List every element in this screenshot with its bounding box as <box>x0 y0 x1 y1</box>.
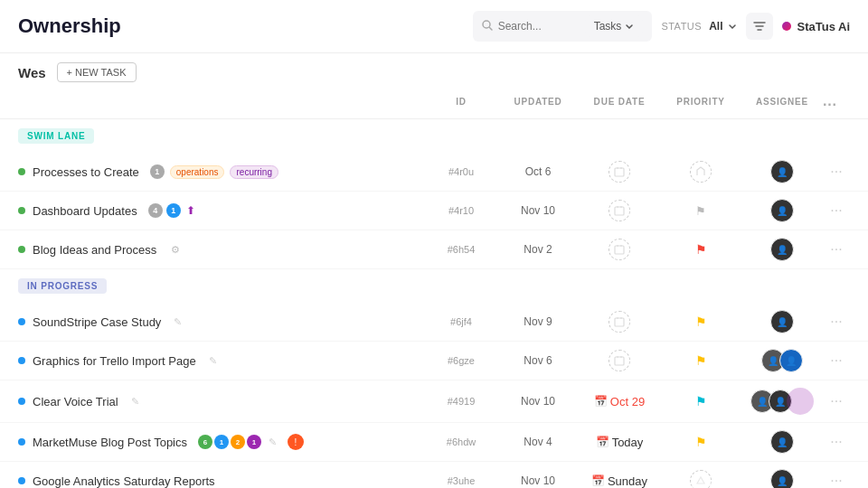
task-name-cell: Graphics for Trello Import Page ✎ <box>18 354 425 368</box>
col-id: ID <box>425 97 497 113</box>
status-dot <box>18 477 25 484</box>
updated-date: Nov 9 <box>524 315 552 328</box>
status-dot <box>18 357 25 364</box>
task-id: #4919 <box>448 396 476 407</box>
task-badges: 6 1 2 1 ✎ <box>198 435 277 449</box>
priority-flag-none: ⚑ <box>695 204 706 218</box>
avatar-blob <box>787 388 814 415</box>
badge-6: 6 <box>198 435 212 449</box>
task-id: #6h54 <box>448 244 476 255</box>
badge-1: 1 <box>166 203 181 218</box>
row-more-button[interactable]: ··· <box>823 473 850 488</box>
row-more-button[interactable]: ··· <box>823 241 850 258</box>
calendar-icon: 📅 <box>594 395 608 408</box>
col-priority: PRIORITY <box>660 97 741 113</box>
svg-line-1 <box>489 27 492 30</box>
assignee-cell: 👤 <box>741 160 823 183</box>
task-name[interactable]: MarketMuse Blog Post Topics <box>33 436 187 449</box>
duedate-cell <box>579 200 660 221</box>
updated-cell: Nov 10 <box>497 474 579 487</box>
task-name-cell: Processes to Create 1 operations recurri… <box>18 164 425 179</box>
page-title: Ownership <box>18 14 121 38</box>
id-cell: #6jf4 <box>425 316 497 327</box>
task-name[interactable]: Blog Ideas and Process <box>33 243 156 257</box>
sunday-date: 📅 Sunday <box>591 474 647 488</box>
id-cell: #6h54 <box>425 244 497 255</box>
status-dot <box>18 246 25 253</box>
edit-icon[interactable]: ✎ <box>174 316 182 328</box>
priority-flag-yellow: ⚑ <box>695 353 707 368</box>
task-name-cell: MarketMuse Blog Post Topics 6 1 2 1 ✎ ! <box>18 434 425 450</box>
svg-point-0 <box>483 21 490 28</box>
updated-date: Nov 10 <box>521 474 555 487</box>
calendar-icon: 📅 <box>591 474 605 487</box>
row-more-button[interactable]: ··· <box>823 352 850 369</box>
filter-button[interactable] <box>746 13 773 40</box>
status-filter[interactable]: STATUS All <box>661 20 737 33</box>
edit-icon[interactable]: ✎ <box>269 436 277 448</box>
row-more-button[interactable]: ··· <box>823 393 850 409</box>
task-name[interactable]: Processes to Create <box>33 165 139 179</box>
status-dot <box>18 168 25 175</box>
priority-cell: ⚑ <box>660 314 741 329</box>
status-dot <box>18 207 25 214</box>
avatar: 👤 <box>770 430 794 454</box>
svg-rect-5 <box>615 207 624 215</box>
swim-lane-label: SWIM LANE <box>18 128 94 144</box>
task-name[interactable]: Clear Voice Trial <box>33 395 118 408</box>
col-more: ··· <box>823 97 850 113</box>
avatar: 👤 <box>770 469 794 488</box>
assignee-cell: 👤 👤 <box>741 388 823 415</box>
calendar-icon: 📅 <box>596 436 609 448</box>
more-options-icon[interactable]: ··· <box>823 97 837 112</box>
col-duedate: DUE DATE <box>579 97 660 113</box>
in-progress-section: IN PROGRESS SoundStripe Case Study ✎ #6j… <box>0 269 868 488</box>
in-progress-label: IN PROGRESS <box>18 278 107 294</box>
edit-icon[interactable]: ✎ <box>131 396 139 408</box>
sub-header: Wes + NEW TASK <box>0 53 868 91</box>
task-name-cell: SoundStripe Case Study ✎ <box>18 315 425 329</box>
status-ai-label: StaTus Ai <box>797 20 850 33</box>
duedate-cell: 📅 Oct 29 <box>579 395 660 408</box>
assignee-cell: 👤 <box>741 430 823 454</box>
avatar-group: 👤 👤 <box>750 388 814 415</box>
task-name[interactable]: Dashboard Updates <box>33 204 137 218</box>
tasks-dropdown[interactable]: Tasks <box>585 15 644 37</box>
row-more-button[interactable]: ··· <box>823 202 850 219</box>
search-icon <box>482 20 493 33</box>
priority-flag-red: ⚑ <box>695 242 707 257</box>
avatar-group: 👤 👤 <box>761 349 803 372</box>
id-cell: #3uhe <box>425 475 497 486</box>
task-name[interactable]: Google Analytics Saturday Reports <box>33 474 215 488</box>
priority-cell <box>660 161 741 183</box>
svg-rect-8 <box>615 246 624 254</box>
updated-cell: Nov 2 <box>497 243 579 256</box>
task-name[interactable]: Graphics for Trello Import Page <box>33 354 196 368</box>
priority-cell: ⚑ <box>660 204 741 218</box>
notification-avatar: ! <box>288 434 304 450</box>
new-task-button[interactable]: + NEW TASK <box>57 62 137 82</box>
due-date-value: Today <box>612 436 644 449</box>
updated-date: Nov 4 <box>524 436 552 448</box>
row-more-button[interactable]: ··· <box>823 164 850 180</box>
notification-dot: ! <box>288 434 304 450</box>
edit-icon[interactable]: ✎ <box>209 355 217 367</box>
table-row: Clear Voice Trial ✎ #4919 Nov 10 📅 Oct 2… <box>0 380 868 423</box>
search-bar[interactable]: Tasks <box>473 11 653 42</box>
task-id: #6gze <box>448 355 475 366</box>
row-more-button[interactable]: ··· <box>823 314 850 330</box>
updated-cell: Nov 10 <box>497 395 579 408</box>
due-date-icon <box>609 200 630 221</box>
priority-cell: ⚑ <box>660 435 741 449</box>
table-row: Graphics for Trello Import Page ✎ #6gze … <box>0 342 868 380</box>
task-name[interactable]: SoundStripe Case Study <box>33 315 161 329</box>
swim-lane-section: SWIM LANE Processes to Create 1 operatio… <box>0 119 868 269</box>
upload-icon: ⬆ <box>186 204 195 217</box>
assignee-cell: 👤 👤 <box>741 349 823 372</box>
updated-cell: Nov 10 <box>497 204 579 217</box>
col-updated: UPDATED <box>497 97 579 113</box>
row-more-button[interactable]: ··· <box>823 434 850 450</box>
username: Wes <box>18 65 46 80</box>
table-row: Google Analytics Saturday Reports #3uhe … <box>0 462 868 488</box>
search-input[interactable] <box>498 20 580 33</box>
